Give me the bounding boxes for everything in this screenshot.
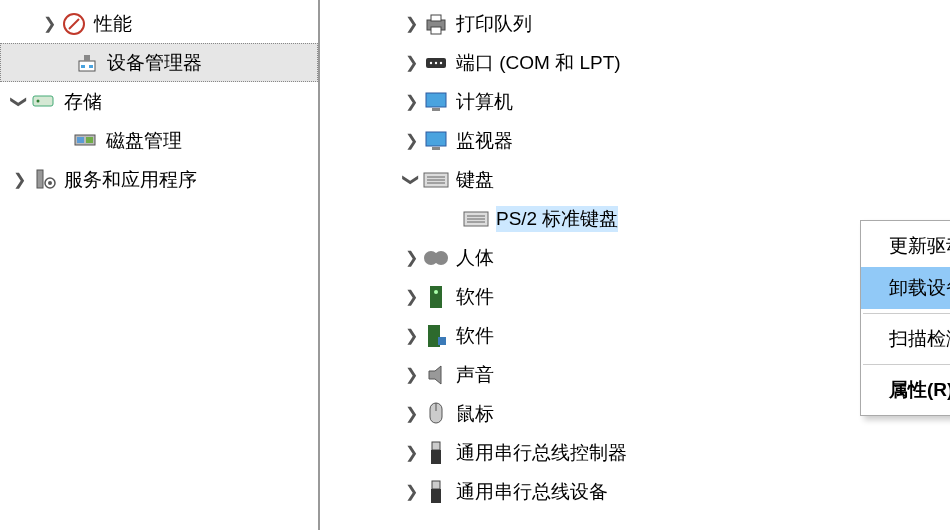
svg-rect-6 (33, 96, 53, 106)
svg-rect-9 (77, 137, 84, 143)
chevron-right-icon[interactable]: ❯ (400, 482, 422, 501)
tree-label: 通用串行总线控制器 (456, 440, 627, 466)
monitor-icon (422, 127, 450, 155)
chevron-right-icon[interactable]: ❯ (400, 248, 422, 267)
svg-rect-16 (431, 27, 441, 34)
svg-rect-21 (426, 93, 446, 107)
svg-rect-46 (431, 489, 441, 503)
svg-rect-23 (426, 132, 446, 146)
svg-rect-39 (438, 337, 446, 345)
tree-label: 计算机 (456, 89, 513, 115)
context-menu: 更新驱动程序(P) 卸载设备(U) 扫描检测硬件改动(A) 属性(R) (860, 220, 950, 416)
svg-rect-15 (431, 15, 441, 21)
services-icon (30, 166, 58, 194)
tree-item-mouse[interactable]: ❯ 鼠标 (320, 394, 950, 433)
svg-marker-40 (429, 366, 441, 384)
chevron-right-icon[interactable]: ❯ (400, 53, 422, 72)
menu-update-driver[interactable]: 更新驱动程序(P) (861, 225, 950, 267)
svg-point-18 (430, 61, 432, 63)
menu-separator (863, 364, 950, 365)
tree-label: 性能 (94, 11, 132, 37)
chevron-right-icon[interactable]: ❯ (8, 170, 30, 189)
tree-label: 端口 (COM 和 LPT) (456, 50, 621, 76)
svg-point-20 (440, 61, 442, 63)
component-icon (422, 322, 450, 350)
svg-rect-45 (432, 481, 440, 489)
chevron-right-icon[interactable]: ❯ (400, 92, 422, 111)
chevron-right-icon[interactable]: ❯ (38, 14, 60, 33)
chevron-right-icon[interactable]: ❯ (400, 131, 422, 150)
tree-item-device-manager[interactable]: 设备管理器 (0, 43, 318, 82)
menu-separator (863, 313, 950, 314)
tree-item-disk-management[interactable]: 磁盘管理 (0, 121, 318, 160)
monitor-icon (422, 88, 450, 116)
chevron-down-icon[interactable]: ❯ (10, 91, 29, 113)
keyboard-icon (462, 205, 490, 233)
disk-icon (72, 127, 100, 155)
tree-item-computer[interactable]: ❯ 计算机 (320, 82, 950, 121)
tree-label: 通用串行总线设备 (456, 479, 608, 505)
svg-point-19 (435, 61, 437, 63)
tree-item-usb-devices[interactable]: ❯ 通用串行总线设备 (320, 472, 950, 511)
tree-item-usb-controllers[interactable]: ❯ 通用串行总线控制器 (320, 433, 950, 472)
gamepad-icon (422, 244, 450, 272)
tree-item-monitor[interactable]: ❯ 监视器 (320, 121, 950, 160)
keyboard-icon (422, 166, 450, 194)
component-icon (422, 283, 450, 311)
mouse-icon (422, 400, 450, 428)
svg-point-7 (37, 99, 40, 102)
tree-item-keyboard[interactable]: ❯ 键盘 (320, 160, 950, 199)
device-manager-icon (73, 49, 101, 77)
tree-item-ports[interactable]: ❯ 端口 (COM 和 LPT) (320, 43, 950, 82)
port-icon (422, 49, 450, 77)
tree-label: 监视器 (456, 128, 513, 154)
chevron-right-icon[interactable]: ❯ (400, 443, 422, 462)
menu-uninstall-device[interactable]: 卸载设备(U) (861, 267, 950, 309)
speaker-icon (422, 361, 450, 389)
tree-label: 软件 (456, 323, 494, 349)
chevron-down-icon[interactable]: ❯ (402, 169, 421, 191)
tree-label: 软件 (456, 284, 494, 310)
svg-rect-35 (430, 254, 442, 262)
tree-label: 磁盘管理 (106, 128, 182, 154)
svg-rect-22 (432, 108, 440, 111)
tree-label: 打印队列 (456, 11, 532, 37)
tree-item-sound[interactable]: ❯ 声音 (320, 355, 950, 394)
svg-rect-36 (430, 286, 442, 308)
svg-rect-11 (37, 170, 43, 188)
tree-item-software1[interactable]: ❯ 软件 (320, 277, 950, 316)
performance-icon (60, 10, 88, 38)
tree-item-services-apps[interactable]: ❯ 服务和应用程序 (0, 160, 318, 199)
tree-item-ps2-keyboard[interactable]: PS/2 标准键盘 (320, 199, 950, 238)
svg-rect-44 (431, 450, 441, 464)
svg-point-13 (48, 181, 52, 185)
menu-scan-hardware[interactable]: 扫描检测硬件改动(A) (861, 318, 950, 360)
svg-rect-5 (89, 65, 93, 68)
chevron-right-icon[interactable]: ❯ (400, 287, 422, 306)
menu-properties[interactable]: 属性(R) (861, 369, 950, 411)
chevron-right-icon[interactable]: ❯ (400, 14, 422, 33)
device-tree: ❯ 打印队列 ❯ 端口 (COM 和 LPT) ❯ 计算机 ❯ 监视器 ❯ 键盘 (320, 0, 950, 530)
chevron-right-icon[interactable]: ❯ (400, 365, 422, 384)
tree-label: 人体 (456, 245, 494, 271)
tree-label: PS/2 标准键盘 (496, 206, 618, 232)
chevron-right-icon[interactable]: ❯ (400, 326, 422, 345)
tree-item-software2[interactable]: ❯ 软件 (320, 316, 950, 355)
svg-rect-10 (86, 137, 93, 143)
svg-rect-24 (432, 147, 440, 150)
tree-label: 鼠标 (456, 401, 494, 427)
tree-item-performance[interactable]: ❯ 性能 (0, 4, 318, 43)
tree-label: 设备管理器 (107, 50, 202, 76)
tree-item-hid[interactable]: ❯ 人体 (320, 238, 950, 277)
usb-icon (422, 478, 450, 506)
tree-item-print-queue[interactable]: ❯ 打印队列 (320, 4, 950, 43)
tree-item-storage[interactable]: ❯ 存储 (0, 82, 318, 121)
tree-label: 存储 (64, 89, 102, 115)
left-nav-tree: ❯ 性能 设备管理器 ❯ 存储 磁盘管理 ❯ 服务和应用程序 (0, 0, 320, 530)
svg-rect-4 (81, 65, 85, 68)
tree-label: 键盘 (456, 167, 494, 193)
svg-line-1 (69, 19, 79, 29)
chevron-right-icon[interactable]: ❯ (400, 404, 422, 423)
svg-rect-3 (84, 55, 90, 61)
storage-icon (30, 88, 58, 116)
